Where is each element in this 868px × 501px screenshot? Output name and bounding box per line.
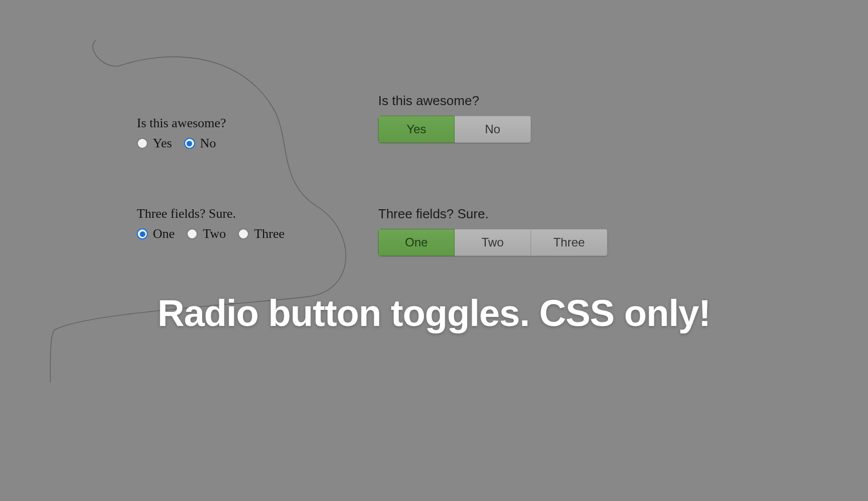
segmented-control: One Two Three	[378, 229, 607, 256]
toggle-awesome-no[interactable]: No	[455, 116, 531, 143]
radio-options: Yes No	[137, 136, 226, 151]
radio-awesome-yes[interactable]	[137, 138, 148, 149]
toggle-group-awesome: Is this awesome? Yes No	[378, 93, 531, 143]
radio-awesome-no[interactable]	[184, 138, 195, 149]
segmented-control: Yes No	[378, 116, 531, 143]
radio-label[interactable]: Three	[254, 226, 285, 241]
radio-label[interactable]: One	[153, 226, 175, 241]
radio-label[interactable]: Yes	[153, 136, 172, 151]
radio-label[interactable]: No	[200, 136, 216, 151]
native-radio-group-threefields: Three fields? Sure. One Two Three	[137, 206, 294, 241]
radio-threefields-two[interactable]	[187, 228, 198, 239]
page-title: Radio button toggles. CSS only!	[0, 292, 868, 335]
toggle-threefields-three[interactable]: Three	[531, 229, 607, 256]
radio-threefields-one[interactable]	[137, 228, 148, 239]
native-radio-group-awesome: Is this awesome? Yes No	[137, 116, 226, 151]
toggle-threefields-one[interactable]: One	[378, 229, 455, 256]
radio-options: One Two Three	[137, 226, 294, 241]
toggle-threefields-two[interactable]: Two	[455, 229, 531, 256]
question-label: Is this awesome?	[137, 116, 226, 131]
radio-label[interactable]: Two	[203, 226, 226, 241]
question-label: Three fields? Sure.	[137, 206, 294, 221]
toggle-awesome-yes[interactable]: Yes	[378, 116, 455, 143]
radio-threefields-three[interactable]	[238, 228, 249, 239]
toggle-group-threefields: Three fields? Sure. One Two Three	[378, 206, 607, 256]
question-label: Three fields? Sure.	[378, 206, 607, 222]
question-label: Is this awesome?	[378, 93, 531, 109]
